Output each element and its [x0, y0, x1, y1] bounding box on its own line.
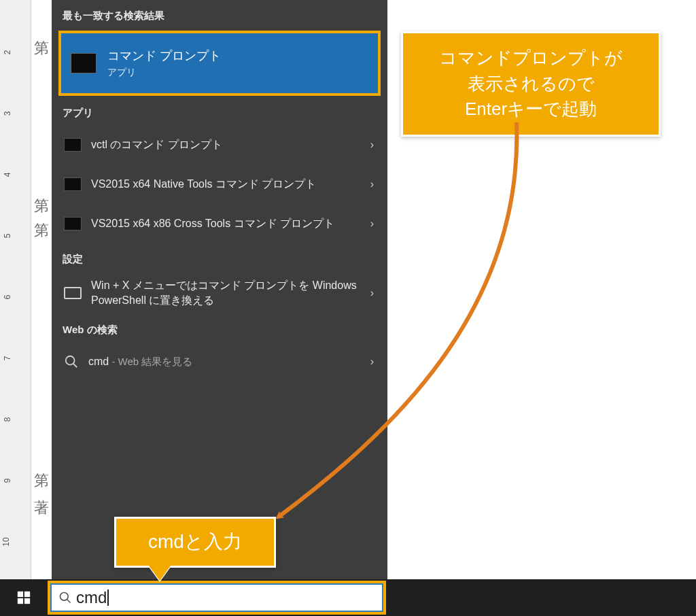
app-result-label: VS2015 x64 Native Tools コマンド プロンプト	[91, 177, 361, 192]
chevron-right-icon[interactable]: ›	[370, 218, 375, 230]
ruler-tick-label: 3	[3, 112, 13, 116]
vertical-ruler: 2 3 4 5 6 7 8 9 10	[0, 0, 31, 579]
taskbar-search-input[interactable]: cmd	[50, 583, 383, 612]
svg-line-1	[73, 364, 77, 368]
svg-line-7	[67, 600, 71, 603]
section-best-match: 最も一致する検索結果	[52, 0, 387, 28]
doc-heading: 第	[34, 470, 49, 491]
cmd-icon	[64, 138, 82, 152]
taskbar: cmd	[0, 579, 696, 616]
best-match-result[interactable]: コマンド プロンプト アプリ	[61, 33, 378, 93]
chevron-right-icon[interactable]: ›	[370, 178, 375, 190]
ruler-tick-label: 2	[3, 50, 13, 55]
web-result-suffix: - Web 結果を見る	[109, 356, 192, 367]
taskbar-search-highlight-box: cmd	[48, 581, 386, 615]
chevron-right-icon[interactable]: ›	[370, 356, 375, 368]
chevron-right-icon[interactable]: ›	[370, 139, 375, 151]
svg-rect-5	[24, 598, 30, 604]
doc-heading: 著	[34, 498, 49, 518]
svg-rect-4	[18, 598, 23, 604]
doc-heading: 第	[34, 220, 49, 241]
svg-point-0	[66, 356, 75, 365]
section-apps: アプリ	[52, 103, 387, 125]
ruler-tick-label: 7	[3, 356, 13, 361]
web-result-cmd[interactable]: cmd - Web 結果を見る ›	[52, 342, 387, 381]
best-match-subtitle: アプリ	[107, 67, 221, 79]
ruler-tick-label: 6	[3, 295, 13, 300]
annotation-balloon-type-cmd: cmdと入力	[114, 517, 276, 568]
start-search-panel: 最も一致する検索結果 コマンド プロンプト アプリ アプリ vctl のコマンド…	[52, 0, 387, 579]
ruler-tick-label: 9	[3, 479, 13, 483]
annotation-line: Enterキーで起動	[422, 97, 640, 122]
section-settings: 設定	[52, 243, 387, 271]
start-button[interactable]	[0, 579, 48, 616]
doc-heading: 第	[34, 38, 49, 58]
annotation-line: cmdと入力	[148, 531, 242, 552]
taskbar-search-value: cmd	[76, 589, 109, 606]
ruler-tick-label: 10	[1, 537, 10, 546]
cmd-icon	[64, 217, 82, 230]
section-web: Web の検索	[52, 314, 387, 342]
best-match-highlight-box: コマンド プロンプト アプリ	[58, 31, 381, 96]
app-result-label: vctl のコマンド プロンプト	[91, 137, 361, 152]
app-result-label: VS2015 x64 x86 Cross Tools コマンド プロンプト	[91, 216, 361, 231]
best-match-title: コマンド プロンプト	[107, 48, 221, 64]
settings-result-winx-powershell[interactable]: Win + X メニューではコマンド プロンプトを Windows PowerS…	[52, 271, 387, 314]
cmd-icon	[71, 53, 97, 73]
ruler-tick-label: 5	[3, 234, 13, 239]
annotation-balloon-enter: コマンドプロンプトが 表示されるので Enterキーで起動	[401, 31, 661, 137]
app-result-vctl[interactable]: vctl のコマンド プロンプト ›	[52, 125, 387, 165]
ruler-tick-label: 4	[3, 173, 13, 177]
monitor-icon	[64, 287, 82, 299]
web-result-term: cmd	[88, 356, 109, 367]
web-result-label: cmd - Web 結果を見る	[88, 354, 361, 369]
chevron-right-icon[interactable]: ›	[370, 287, 375, 299]
search-icon	[64, 354, 79, 369]
app-result-vs2015-x64-native[interactable]: VS2015 x64 Native Tools コマンド プロンプト ›	[52, 165, 387, 204]
annotation-line: 表示されるので	[422, 71, 640, 97]
windows-icon	[16, 590, 31, 605]
ruler-tick-label: 8	[3, 417, 13, 422]
app-result-vs2015-x64-x86-cross[interactable]: VS2015 x64 x86 Cross Tools コマンド プロンプト ›	[52, 204, 387, 243]
svg-point-6	[60, 593, 69, 601]
cmd-icon	[64, 177, 82, 191]
settings-result-label: Win + X メニューではコマンド プロンプトを Windows PowerS…	[91, 278, 361, 307]
svg-rect-3	[24, 592, 30, 597]
svg-rect-2	[18, 592, 23, 597]
document-heading-strip: 第 第 第 第 著	[31, 0, 53, 579]
search-icon	[58, 591, 72, 604]
doc-heading: 第	[34, 196, 49, 216]
annotation-line: コマンドプロンプトが	[422, 46, 640, 71]
